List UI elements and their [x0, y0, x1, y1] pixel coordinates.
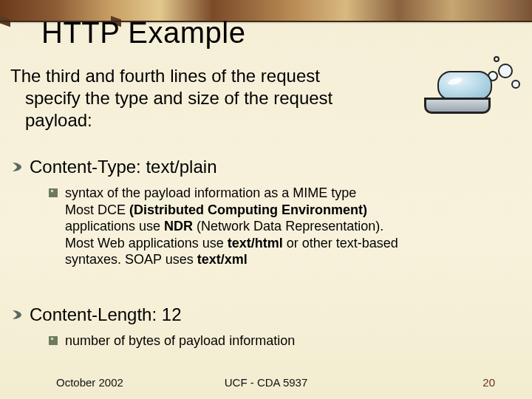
section1-sub: syntax of the payload information as a M…	[49, 185, 477, 268]
sub-text: syntax of the payload information as a M…	[65, 185, 356, 202]
section-head-text: Content-Type: text/plain	[30, 157, 216, 177]
square-bullet-icon	[49, 336, 58, 345]
arrow-right-icon	[10, 308, 24, 321]
sub-text: syntaxes. SOAP uses	[65, 252, 197, 267]
sub-text: Most Web applications use	[65, 236, 228, 250]
sub-text: applications use	[65, 219, 164, 233]
square-bullet-icon	[49, 188, 58, 197]
section-content-type: Content-Type: text/plain	[10, 157, 513, 177]
footer-date: October 2002	[56, 376, 123, 389]
sub-text: number of bytes of payload information	[65, 332, 295, 349]
footer-slide-number: 20	[482, 376, 495, 389]
sub-bold: (Distributed Computing Environment)	[129, 202, 367, 217]
page-title: HTTP Example	[41, 16, 245, 50]
intro-line2: specify the type and size of the request	[10, 87, 424, 109]
sub-text: or other text-based	[283, 236, 398, 250]
soap-icon	[424, 55, 520, 114]
sub-text: Most DCE	[65, 202, 129, 217]
section-content-length: Content-Length: 12	[10, 304, 513, 325]
sub-bold: NDR	[164, 219, 193, 233]
intro-paragraph: The third and fourth lines of the reques…	[10, 65, 424, 132]
decorative-shadow	[0, 16, 10, 27]
intro-line3: payload:	[10, 109, 424, 132]
arrow-right-icon	[10, 160, 24, 174]
sub-bold: text/html	[228, 236, 283, 250]
intro-line1: The third and fourth lines of the reques…	[10, 66, 320, 86]
footer-course: UCF - CDA 5937	[225, 376, 308, 389]
sub-text: (Network Data Representation).	[193, 219, 383, 233]
section-head-text: Content-Length: 12	[30, 304, 182, 325]
sub-bold: text/xml	[197, 252, 248, 267]
section2-sub: number of bytes of payload information	[49, 332, 477, 349]
